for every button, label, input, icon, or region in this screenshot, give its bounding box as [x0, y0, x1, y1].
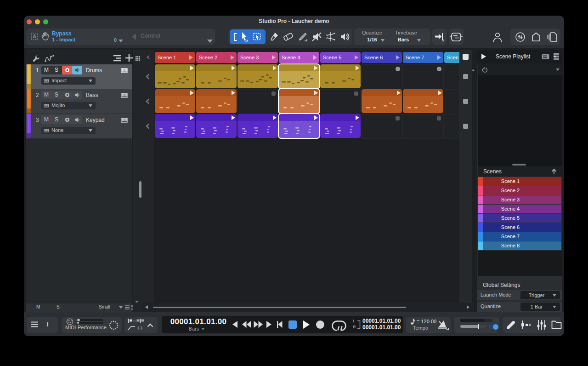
svg-text:A: A: [33, 34, 36, 39]
